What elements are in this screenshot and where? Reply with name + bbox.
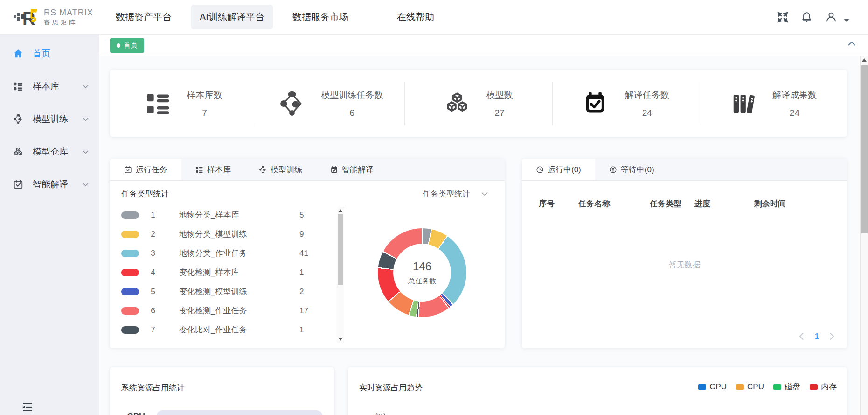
tab-sample-library[interactable]: 样本库: [181, 159, 245, 180]
row-index: 1: [139, 211, 167, 220]
y-axis-unit-label: (%): [375, 412, 386, 415]
legend-swatch: [810, 384, 818, 390]
breadcrumb-tag-home[interactable]: 首页: [110, 38, 144, 53]
top-header: R RS MATRIX 睿思矩阵 数据资产平台 AI训练解译平台 数据服务市场 …: [0, 0, 868, 35]
legend-item-gpu[interactable]: GPU: [698, 382, 727, 392]
model-training-icon: [279, 91, 305, 117]
nav-data-service-market[interactable]: 数据服务市场: [284, 5, 357, 29]
sidebar-item-label: 模型训练: [33, 113, 68, 125]
scroll-down-icon[interactable]: [339, 338, 342, 341]
legend-label: 内存: [821, 381, 837, 392]
dropdown-selected-label: 任务类型统计: [423, 189, 470, 199]
system-resource-panel: 系统资源占用统计 GPU 0%: [110, 367, 334, 415]
table-column-header: 进度: [694, 198, 754, 209]
row-index: 7: [139, 325, 167, 335]
task-type-row[interactable]: 2 地物分类_模型训练 9: [121, 225, 322, 244]
tab-label: 模型训练: [271, 164, 302, 175]
legend-swatch: [121, 250, 139, 257]
page-number[interactable]: 1: [815, 332, 819, 341]
sidebar-item-label: 模型仓库: [33, 146, 68, 158]
sample-library-icon: [145, 91, 171, 117]
model-warehouse-icon: [13, 147, 23, 157]
fullscreen-icon[interactable]: [777, 11, 789, 23]
stat-value: 24: [625, 108, 669, 118]
books-icon: [730, 91, 757, 117]
stat-value: 6: [321, 108, 383, 118]
nav-online-help[interactable]: 在线帮助: [389, 5, 443, 29]
chevron-down-icon: [83, 150, 89, 154]
task-type-panel: 运行任务 样本库: [110, 159, 505, 348]
row-name: 地物分类_样本库: [167, 210, 299, 220]
logo-subtitle: 睿思矩阵: [44, 19, 93, 26]
legend-item-memory[interactable]: 内存: [810, 381, 837, 392]
task-type-row[interactable]: 6 变化检测_作业任务 17: [121, 301, 322, 320]
page-scrollbar[interactable]: [860, 56, 868, 415]
model-training-icon: [13, 114, 23, 124]
chevron-up-icon[interactable]: [847, 41, 856, 46]
scrollbar-thumb[interactable]: [861, 65, 868, 233]
next-page-icon[interactable]: [829, 332, 835, 341]
task-type-row[interactable]: 1 地物分类_样本库 5: [121, 205, 322, 225]
tab-waiting[interactable]: 等待中(0): [595, 159, 668, 180]
list-scrollbar[interactable]: [337, 207, 344, 343]
user-menu-caret-icon[interactable]: [844, 19, 849, 22]
row-value: 9: [299, 230, 322, 239]
task-queue-panel: 运行中(0) 等待中(0) 序号 任务名称 任务类型 进度 剩: [522, 159, 847, 348]
queue-panel-tabs: 运行中(0) 等待中(0): [522, 159, 847, 181]
legend-label: GPU: [709, 382, 727, 392]
scrollbar-thumb[interactable]: [338, 214, 343, 285]
sidebar-collapse-icon[interactable]: [21, 402, 34, 412]
sidebar-item-model-warehouse[interactable]: 模型仓库: [0, 141, 99, 162]
row-name: 变化比对_作业任务: [167, 324, 299, 335]
tab-running-tasks[interactable]: 运行任务: [110, 159, 181, 180]
smart-interpretation-icon: [13, 179, 23, 190]
nav-data-asset-platform[interactable]: 数据资产平台: [107, 5, 180, 29]
gpu-usage-row: GPU 0%: [127, 410, 323, 415]
legend-swatch: [121, 269, 139, 276]
stat-label: 模型训练任务数: [321, 89, 383, 101]
pagination: 1: [799, 332, 835, 341]
nav-ai-training-platform[interactable]: AI训练解译平台: [191, 5, 273, 29]
row-name: 变化检测_样本库: [167, 267, 299, 278]
stat-label: 模型数: [486, 89, 513, 101]
legend-swatch: [773, 384, 781, 390]
task-type-row[interactable]: 5 变化检测_模型训练 2: [121, 282, 322, 301]
row-value: 2: [299, 287, 322, 296]
scroll-up-icon[interactable]: [339, 209, 342, 212]
chart-type-dropdown[interactable]: 任务类型统计: [423, 189, 488, 199]
scroll-up-icon[interactable]: [862, 58, 867, 62]
sidebar-item-model-training[interactable]: 模型训练: [0, 108, 99, 130]
task-type-list-title: 任务类型统计: [121, 189, 169, 199]
tab-model-training[interactable]: 模型训练: [245, 159, 316, 180]
legend-item-disk[interactable]: 磁盘: [773, 381, 800, 392]
sidebar-item-smart-interpretation[interactable]: 智能解译: [0, 174, 99, 195]
sidebar-item-sample-library[interactable]: 样本库: [0, 76, 99, 97]
task-type-row[interactable]: 3 地物分类_作业任务 41: [121, 244, 322, 263]
logo[interactable]: R RS MATRIX 睿思矩阵: [0, 5, 97, 29]
user-avatar-icon[interactable]: [825, 11, 837, 23]
task-type-donut-chart[interactable]: 146 总任务数: [378, 228, 466, 317]
chevron-down-icon: [83, 183, 89, 187]
row-index: 2: [139, 230, 167, 239]
bell-icon[interactable]: [801, 11, 813, 23]
legend-swatch: [121, 326, 139, 334]
row-index: 4: [139, 268, 167, 277]
tab-running[interactable]: 运行中(0): [522, 159, 595, 180]
legend-swatch: [698, 384, 706, 390]
stat-interpretation-result-count: 解译成果数 24: [700, 82, 847, 125]
prev-page-icon[interactable]: [799, 332, 805, 341]
task-type-row[interactable]: 4 变化检测_样本库 1: [121, 263, 322, 282]
tab-label: 智能解译: [342, 164, 374, 175]
breadcrumb-bar: 首页: [99, 35, 868, 56]
legend-swatch: [121, 231, 139, 238]
trend-legend: GPU CPU 磁盘 内存: [698, 381, 837, 392]
row-value: 1: [299, 325, 322, 335]
sidebar-item-home[interactable]: 首页: [0, 43, 99, 64]
row-index: 3: [139, 249, 167, 258]
task-type-row[interactable]: 7 变化比对_作业任务 1: [121, 320, 322, 339]
chevron-down-icon: [481, 192, 488, 196]
header-actions: [777, 11, 868, 23]
tab-smart-interpretation[interactable]: 智能解译: [316, 159, 388, 180]
legend-item-cpu[interactable]: CPU: [736, 382, 764, 392]
tab-label: 等待中(0): [621, 164, 654, 175]
